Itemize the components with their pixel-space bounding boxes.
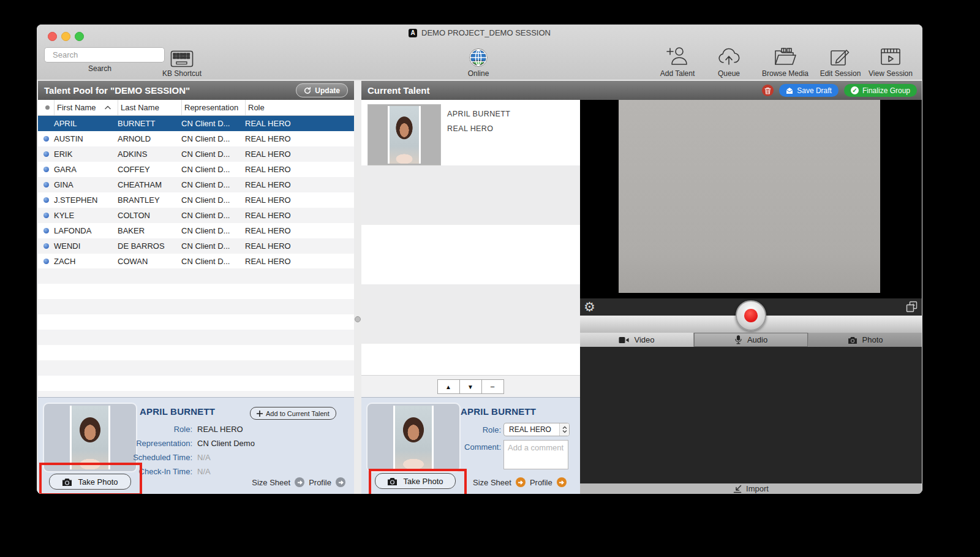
take-photo-button[interactable]: Take Photo: [49, 474, 131, 490]
column-last-name[interactable]: Last Name: [118, 100, 181, 115]
table-row[interactable]: KYLECOLTONCN Client D...REAL HERO: [38, 208, 354, 223]
current-talent-empty-area: [361, 165, 580, 375]
move-up-button[interactable]: ▲: [437, 379, 460, 394]
detail-fields: Role:REAL HERO Representation:CN Client …: [62, 422, 255, 479]
update-button[interactable]: Update: [296, 83, 348, 97]
cell-first-name: J.STEPHEN: [54, 192, 118, 208]
cell-representation: CN Client D...: [181, 146, 245, 162]
table-empty-area: [38, 268, 354, 397]
tab-audio[interactable]: Audio: [694, 333, 808, 347]
table-row[interactable]: LAFONDABAKERCN Client D...REAL HERO: [38, 223, 354, 238]
add-talent-icon: [666, 45, 689, 67]
current-talent-toolbar: ▲ ▼ −: [361, 375, 580, 398]
divider-handle[interactable]: [355, 316, 361, 322]
gear-icon[interactable]: ⚙: [584, 300, 595, 314]
role-select-value: REAL HERO: [504, 425, 559, 434]
talent-headshot: [366, 403, 461, 472]
size-sheet-link[interactable]: Size Sheet: [473, 478, 511, 487]
current-talent-section: Current Talent Save Draft ✓ Finalize Gro…: [361, 81, 922, 494]
table-row[interactable]: APRILBURNETTCN Client D...REAL HERO: [38, 116, 354, 131]
add-to-current-talent-button[interactable]: Add to Current Talent: [250, 407, 336, 420]
profile-arrow-icon[interactable]: [557, 477, 567, 487]
current-talent-thumb: [368, 104, 441, 165]
table-row[interactable]: ZACHCOWANCN Client D...REAL HERO: [38, 254, 354, 269]
size-sheet-arrow-icon[interactable]: [516, 477, 526, 487]
detail-links: Size Sheet Profile: [473, 477, 567, 487]
column-role[interactable]: Role: [245, 100, 354, 115]
cell-last-name: DE BARROS: [118, 238, 181, 254]
table-row[interactable]: GINACHEATHAMCN Client D...REAL HERO: [38, 177, 354, 192]
cell-last-name: ARNOLD: [118, 131, 181, 146]
headshot-photo: [388, 106, 421, 164]
tab-photo[interactable]: Photo: [808, 333, 922, 347]
search-label: Search: [66, 63, 134, 73]
table-row[interactable]: AUSTINARNOLDCN Client D...REAL HERO: [38, 131, 354, 146]
cell-first-name: KYLE: [54, 208, 118, 223]
role-label: Role:: [435, 425, 501, 434]
view-session-button[interactable]: View Session: [857, 42, 922, 78]
queue-upload-icon: [717, 45, 741, 67]
column-status[interactable]: [38, 100, 54, 115]
cell-last-name: COFFEY: [118, 162, 181, 177]
size-sheet-link[interactable]: Size Sheet: [252, 478, 290, 487]
table-row[interactable]: GARACOFFEYCN Client D...REAL HERO: [38, 162, 354, 177]
delete-group-button[interactable]: [762, 85, 774, 96]
talent-pool-detail-card: APRIL BURNETT Add to Current Talent Role…: [38, 397, 354, 494]
record-dot-icon: [744, 309, 758, 322]
cell-representation: CN Client D...: [181, 208, 245, 223]
current-talent-name: APRIL BURNETT: [447, 110, 510, 118]
import-icon: [733, 485, 742, 493]
status-dot-icon: [43, 136, 49, 142]
column-representation[interactable]: Representation: [181, 100, 245, 115]
column-first-name[interactable]: First Name: [54, 100, 118, 115]
app-window: A DEMO PROJECT_DEMO SESSION Search KB Sh…: [37, 25, 922, 494]
headshot-photo: [393, 406, 434, 469]
current-talent-detail-card: APRIL BURNETT Role: REAL HERO Comment: T…: [361, 397, 580, 494]
table-header: First Name Last Name Representation Role: [38, 100, 354, 116]
import-button[interactable]: Import: [580, 483, 922, 494]
finalize-group-button[interactable]: ✓ Finalize Group: [844, 84, 917, 97]
tab-video[interactable]: Video: [580, 333, 694, 347]
field-value: N/A: [197, 464, 255, 479]
current-talent-list: APRIL BURNETT REAL HERO: [361, 100, 580, 375]
cell-role: REAL HERO: [245, 131, 354, 146]
video-camera-icon: [619, 336, 629, 344]
online-status-button[interactable]: Online: [445, 42, 512, 78]
search-input[interactable]: [51, 50, 162, 60]
profile-link[interactable]: Profile: [309, 478, 331, 487]
save-draft-button[interactable]: Save Draft: [779, 84, 839, 97]
detach-window-icon[interactable]: [906, 301, 918, 315]
table-row[interactable]: WENDIDE BARROSCN Client D...REAL HERO: [38, 238, 354, 254]
detail-name: APRIL BURNETT: [140, 406, 215, 417]
cell-role: REAL HERO: [245, 208, 354, 223]
cell-last-name: COWAN: [118, 254, 181, 269]
table-row[interactable]: J.STEPHENBRANTLEYCN Client D...REAL HERO: [38, 192, 354, 208]
record-button[interactable]: [736, 300, 766, 331]
cell-last-name: ADKINS: [118, 146, 181, 162]
profile-arrow-icon[interactable]: [336, 477, 345, 487]
globe-online-icon: [469, 48, 488, 67]
status-dot-icon: [43, 213, 49, 218]
take-photo-button[interactable]: Take Photo: [375, 473, 456, 489]
cell-first-name: APRIL: [54, 116, 118, 131]
search-field[interactable]: [44, 47, 165, 63]
cell-representation: CN Client D...: [181, 177, 245, 192]
captured-media-area: [580, 347, 922, 483]
cell-representation: CN Client D...: [181, 192, 245, 208]
remove-talent-button[interactable]: −: [481, 379, 504, 394]
cell-representation: CN Client D...: [181, 131, 245, 146]
cell-role: REAL HERO: [245, 177, 354, 192]
plus-icon: [257, 411, 263, 417]
capture-panel: ⚙ Video Audio: [580, 100, 922, 494]
toolbar: A DEMO PROJECT_DEMO SESSION Search KB Sh…: [37, 25, 922, 80]
kb-shortcut-button[interactable]: KB Shortcut: [148, 42, 216, 78]
cell-role: REAL HERO: [245, 254, 354, 269]
profile-link[interactable]: Profile: [530, 478, 552, 487]
size-sheet-arrow-icon[interactable]: [295, 477, 304, 487]
comment-label: Comment:: [435, 442, 501, 452]
status-dot-icon: [43, 228, 49, 233]
table-row[interactable]: ERIKADKINSCN Client D...REAL HERO: [38, 146, 354, 162]
role-select[interactable]: REAL HERO: [503, 423, 570, 436]
comment-input[interactable]: [503, 440, 568, 469]
move-down-button[interactable]: ▼: [459, 379, 482, 394]
